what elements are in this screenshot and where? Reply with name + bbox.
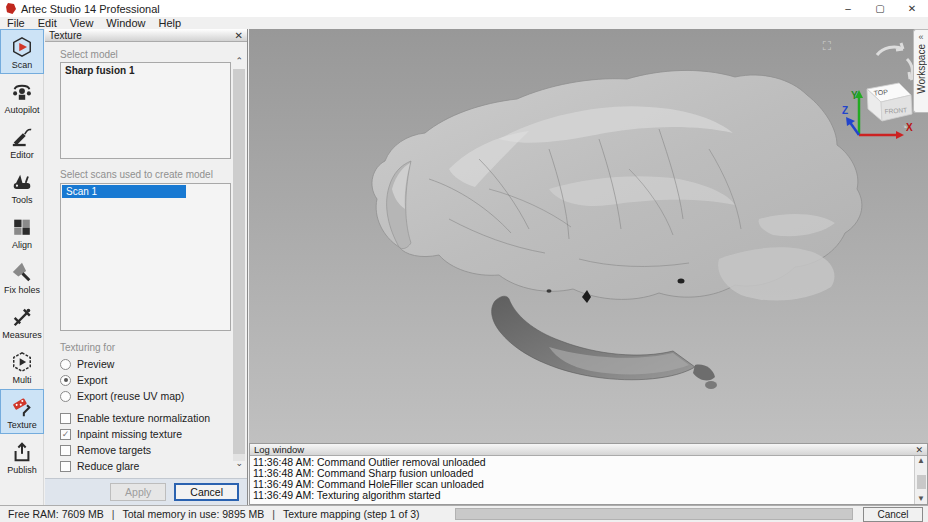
sidebar-item-fix-holes[interactable]: Fix holes xyxy=(0,254,44,299)
log-scrollbar[interactable]: ▲ ▼ xyxy=(914,456,927,504)
cancel-button[interactable]: Cancel xyxy=(174,483,239,501)
status-bar: Free RAM: 7609 MB | Total memory in use:… xyxy=(0,505,928,522)
radio-export-reuse-uv[interactable]: Export (reuse UV map) xyxy=(60,390,184,402)
model-list-item[interactable]: Sharp fusion 1 xyxy=(61,63,230,78)
tool-sidebar: Scan Autopilot Editor Tools Align xyxy=(0,29,44,505)
log-entry: 11:36:49 AM: Texturing algorithm started xyxy=(253,490,924,501)
measures-icon xyxy=(10,305,34,329)
sidebar-item-tools[interactable]: Tools xyxy=(0,164,44,209)
fit-view-icon[interactable]: ⛶ xyxy=(819,39,835,53)
texture-panel-close-icon[interactable]: ✕ xyxy=(235,30,243,41)
task-status: Texture mapping (step 1 of 3) xyxy=(283,508,420,520)
sidebar-item-multi[interactable]: Multi xyxy=(0,344,44,389)
scan-model-3d[interactable] xyxy=(249,29,928,443)
menu-bar: File Edit View Window Help xyxy=(0,17,928,29)
menu-edit[interactable]: Edit xyxy=(38,17,57,29)
log-scrollbar-thumb[interactable] xyxy=(917,475,926,489)
panel-scroll-down-icon[interactable]: ⌄ xyxy=(235,458,243,468)
checkbox-reduce-glare[interactable]: Reduce glare xyxy=(60,460,139,472)
texture-icon xyxy=(10,395,34,419)
sidebar-item-align[interactable]: Align xyxy=(0,209,44,254)
title-bar: Artec Studio 14 Professional – ▢ ✕ xyxy=(0,0,928,17)
checkbox-remove-targets-control[interactable] xyxy=(60,445,71,456)
workspace-tab-label: Workspace xyxy=(916,44,927,94)
menu-view[interactable]: View xyxy=(70,17,94,29)
app-logo-icon xyxy=(6,3,16,14)
radio-export[interactable]: Export xyxy=(60,374,107,386)
maximize-button[interactable]: ▢ xyxy=(864,0,896,17)
align-icon xyxy=(10,215,34,239)
log-scroll-up-icon[interactable]: ▲ xyxy=(915,456,927,466)
fix-holes-icon xyxy=(10,260,34,284)
texture-panel: Texture ✕ Select model Sharp fusion 1 Se… xyxy=(45,29,248,505)
tools-icon xyxy=(10,170,34,194)
radio-export-reuse-uv-control[interactable] xyxy=(60,391,71,402)
panel-button-bar: Apply Cancel xyxy=(45,478,247,505)
task-cancel-button[interactable]: Cancel xyxy=(863,507,923,522)
sidebar-item-editor[interactable]: Editor xyxy=(0,119,44,164)
close-button[interactable]: ✕ xyxy=(896,0,928,17)
orbit-mode-icon[interactable]: ◔ xyxy=(901,121,908,133)
sidebar-item-autopilot[interactable]: Autopilot xyxy=(0,74,44,119)
radio-preview-control[interactable] xyxy=(60,359,71,370)
model-list[interactable]: Sharp fusion 1 xyxy=(60,62,231,159)
scan-list[interactable]: Scan 1 xyxy=(60,183,231,331)
publish-icon xyxy=(10,440,34,464)
sidebar-item-measures[interactable]: Measures xyxy=(0,299,44,344)
sidebar-item-publish[interactable]: Publish xyxy=(0,434,44,479)
log-entries: 11:36:48 AM: Command Outlier removal unl… xyxy=(250,456,927,502)
checkbox-inpaint-missing-texture-control[interactable]: ✓ xyxy=(60,429,71,440)
scan-icon xyxy=(10,35,34,59)
free-ram-status: Free RAM: 7609 MB xyxy=(8,508,104,520)
checkbox-reduce-glare-control[interactable] xyxy=(60,461,71,472)
collapse-chevron-icon[interactable]: « xyxy=(918,32,923,42)
sidebar-item-texture[interactable]: Texture xyxy=(0,389,44,434)
menu-help[interactable]: Help xyxy=(158,17,181,29)
checkbox-inpaint-missing-texture[interactable]: ✓ Inpaint missing texture xyxy=(60,428,182,440)
log-window-header: Log window ✕ xyxy=(250,444,927,456)
apply-button[interactable]: Apply xyxy=(110,483,166,501)
checkbox-enable-texture-normalization-control[interactable] xyxy=(60,413,71,424)
minimize-button[interactable]: – xyxy=(832,0,864,17)
texture-panel-header: Texture ✕ xyxy=(45,29,247,42)
radio-export-control[interactable] xyxy=(60,375,71,386)
panel-scroll-up-icon[interactable]: ⌃ xyxy=(235,56,243,66)
sidebar-item-scan[interactable]: Scan xyxy=(0,29,44,74)
log-window-title: Log window xyxy=(254,444,304,455)
checkbox-enable-texture-normalization[interactable]: Enable texture normalization xyxy=(60,412,210,424)
window-title: Artec Studio 14 Professional xyxy=(21,3,160,15)
log-window: Log window ✕ 11:36:48 AM: Command Outlie… xyxy=(249,443,928,505)
panel-scrollbar[interactable] xyxy=(233,69,245,461)
panel-scrollbar-thumb[interactable] xyxy=(233,69,245,454)
memory-status: Total memory in use: 9895 MB xyxy=(122,508,264,520)
radio-preview[interactable]: Preview xyxy=(60,358,114,370)
viewport-3d[interactable]: ⛶ Y Z X xyxy=(249,29,928,443)
log-scroll-down-icon[interactable]: ▼ xyxy=(915,494,927,504)
workspace-tab[interactable]: « Workspace xyxy=(913,29,928,113)
editor-icon xyxy=(10,125,34,149)
select-scans-label: Select scans used to create model xyxy=(60,169,213,180)
axis-z-label: Z xyxy=(842,105,848,116)
texture-panel-title: Texture xyxy=(49,30,82,41)
task-progress-bar xyxy=(455,508,853,520)
log-window-close-icon[interactable]: ✕ xyxy=(915,445,923,455)
texturing-for-label: Texturing for xyxy=(60,342,115,353)
menu-file[interactable]: File xyxy=(7,17,25,29)
autopilot-icon xyxy=(10,80,34,104)
scan-list-item-selected[interactable]: Scan 1 xyxy=(62,185,186,198)
select-model-label: Select model xyxy=(60,49,118,60)
menu-window[interactable]: Window xyxy=(106,17,145,29)
checkbox-remove-targets[interactable]: Remove targets xyxy=(60,444,151,456)
multi-icon xyxy=(10,350,34,374)
artec-studio-window: Artec Studio 14 Professional – ▢ ✕ File … xyxy=(0,0,928,522)
axis-y-label: Y xyxy=(851,90,858,101)
